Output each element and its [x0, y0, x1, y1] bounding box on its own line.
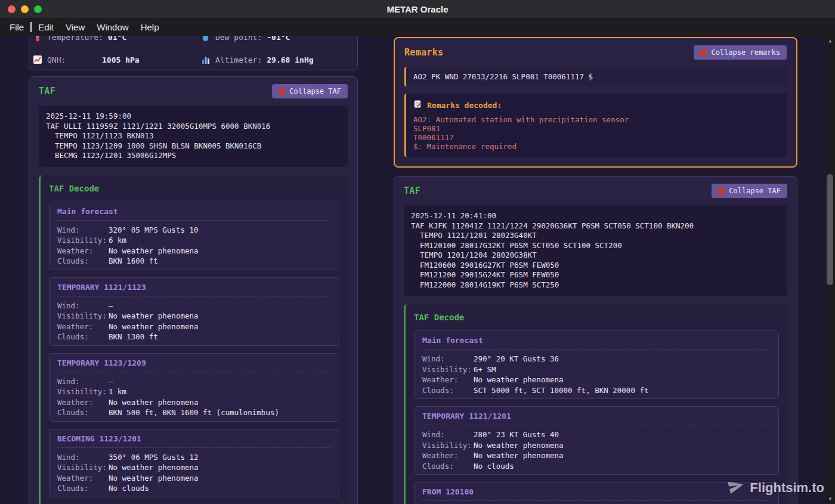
taf-decode-card: Main forecast Wind: 290° 20 KT Gusts 36 …	[414, 330, 779, 399]
taf-decode-card: TEMPORARY 1121/1201 Wind: 280° 23 KT Gus…	[414, 406, 779, 475]
remarks-decoded-lines: AO2: Automated station with precipitatio…	[413, 115, 780, 151]
collapse-taf-button[interactable]: Collapse TAF	[712, 184, 787, 198]
menu-window[interactable]: Window	[91, 22, 134, 32]
titlebar: METAR Oracle	[0, 0, 835, 18]
row-value: No weather phenomena	[109, 397, 199, 408]
scrollbar-thumb[interactable]	[827, 174, 833, 285]
raw-line: TAF ULLI 111959Z 1121/1221 32005G10MPS 6…	[46, 122, 341, 132]
paper-plane-icon	[728, 478, 744, 498]
raw-line: BECMG 1123/1201 35006G12MPS	[46, 151, 341, 161]
raw-line: TEMPO 1121/1201 28023G40KT	[411, 231, 780, 241]
row-value: 350° 06 MPS Gusts 12	[109, 452, 199, 463]
row-label: Visibility:	[422, 440, 474, 451]
decoded-line: SLP081	[413, 124, 780, 133]
remarks-title: Remarks	[404, 47, 443, 58]
collapse-remarks-button[interactable]: Collapse remarks	[694, 45, 787, 60]
card-heading: Main forecast	[57, 207, 331, 221]
zoom-button[interactable]	[34, 5, 42, 13]
decode-row: Clouds: No clouds	[422, 461, 771, 472]
raw-line: TEMPO 1121/1123 BKN013	[46, 131, 341, 141]
row-value: BKN 1600 ft	[109, 256, 158, 267]
collapse-icon	[279, 88, 285, 95]
decoded-line: $: Maintenance required	[413, 142, 780, 151]
row-value: SCT 5000 ft, SCT 10000 ft, BKN 20000 ft	[474, 385, 649, 396]
scrollbar[interactable]: ▲ ▼	[825, 36, 835, 504]
stat-dew-point: Dew point: -01°C	[201, 36, 290, 42]
decode-row: Visibility: 6 km	[57, 235, 331, 246]
row-label: Weather:	[57, 473, 109, 484]
decode-row: Visibility: 1 km	[57, 386, 331, 397]
decoded-line: AO2: Automated station with precipitatio…	[413, 115, 780, 124]
scroll-down-arrow[interactable]: ▼	[825, 496, 835, 502]
taf-decode-title: TAF Decode	[49, 183, 339, 194]
stat-qnh: QNH: 1005 hPa	[33, 54, 140, 65]
decode-row: Wind: 290° 20 KT Gusts 36	[422, 354, 771, 364]
collapse-icon	[700, 50, 707, 56]
thermometer-icon	[33, 36, 42, 42]
stat-label: QNH:	[47, 55, 97, 64]
taf-decode-card: BECOMING 1123/1201 Wind: 350° 06 MPS Gus…	[49, 429, 339, 497]
card-heading: TEMPORARY 1121/1123	[57, 283, 331, 296]
row-label: Wind:	[422, 429, 474, 440]
row-label: Clouds:	[57, 256, 109, 267]
remarks-decoded-block: Remarks decoded: AO2: Automated station …	[404, 94, 787, 157]
row-value: No weather phenomena	[109, 311, 199, 321]
taf-panel-header: TAF Collapse TAF	[39, 84, 348, 98]
raw-line: FM120100 28017G32KT P6SM SCT050 SCT100 S…	[411, 241, 780, 251]
row-label: Clouds:	[57, 483, 109, 494]
minimize-button[interactable]	[21, 5, 29, 13]
collapse-taf-label: Collapse TAF	[729, 187, 781, 195]
row-value: 6+ SM	[474, 364, 496, 375]
menubar: File Edit View Window Help	[0, 18, 835, 36]
row-label: Wind:	[422, 354, 474, 364]
taf-raw-block: 2025-12-11 20:41:00 TAF KJFK 112041Z 112…	[404, 205, 787, 296]
card-heading: TEMPORARY 1123/1209	[57, 358, 331, 372]
stat-altimeter: Altimeter: 29.68 inHg	[201, 54, 314, 65]
card-heading: TEMPORARY 1121/1201	[422, 412, 771, 425]
flightsim-watermark: Flightsim.to	[728, 478, 824, 498]
decoded-line: T00061117	[413, 133, 780, 142]
stat-value: 1005 hPa	[102, 55, 140, 64]
row-label: Visibility:	[422, 364, 474, 375]
row-label: Visibility:	[57, 311, 109, 321]
taf-panel-header: TAF Collapse TAF	[404, 184, 787, 198]
decode-row: Visibility: No weather phenomena	[57, 311, 331, 321]
taf-decode-card: TEMPORARY 1121/1123 Wind: – Visibility: …	[49, 277, 339, 346]
scroll-up-arrow[interactable]: ▲	[825, 38, 835, 44]
decode-row: Clouds: BKN 500 ft, BKN 1600 ft (cumulon…	[57, 407, 331, 418]
taf-panel-right: TAF Collapse TAF 2025-12-11 20:41:00 TAF…	[394, 176, 797, 504]
row-label: Clouds:	[57, 407, 109, 418]
raw-line: FM121200 29015G24KT P6SM FEW050	[411, 270, 780, 280]
taf-title: TAF	[404, 185, 420, 196]
stat-label: Temperature:	[47, 36, 103, 42]
taf-decode-section: TAF Decode Main forecast Wind: 290° 20 K…	[404, 304, 787, 504]
menu-file[interactable]: File	[4, 22, 30, 32]
row-value: No weather phenomena	[109, 473, 199, 484]
menu-help[interactable]: Help	[135, 22, 165, 32]
decode-row: Wind: –	[57, 376, 331, 387]
row-value: No weather phenomena	[109, 321, 199, 332]
row-value: No weather phenomena	[474, 450, 564, 461]
row-value: No weather phenomena	[109, 462, 199, 473]
taf-title: TAF	[39, 86, 55, 97]
decode-row: Visibility: No weather phenomena	[422, 440, 771, 451]
menu-edit[interactable]: Edit	[32, 22, 60, 32]
stat-temperature: Temperature: 01°C	[33, 36, 126, 42]
raw-line: TEMPO 1123/1209 1000 SHSN BLSN BKN005 BK…	[46, 141, 341, 151]
close-button[interactable]	[8, 5, 16, 13]
remarks-raw-block: AO2 PK WND 27033/2216 SLP081 T00061117 $	[404, 67, 787, 86]
row-label: Weather:	[57, 246, 109, 256]
row-value: 320° 05 MPS Gusts 10	[109, 225, 199, 236]
row-label: Clouds:	[422, 385, 474, 396]
row-value: 6 km	[109, 235, 126, 246]
collapse-taf-button[interactable]: Collapse TAF	[272, 84, 348, 98]
menu-view[interactable]: View	[60, 22, 91, 32]
memo-icon	[413, 100, 422, 110]
row-value: BKN 500 ft, BKN 1600 ft (cumulonimbus)	[109, 407, 279, 418]
card-heading: BECOMING 1123/1201	[57, 434, 331, 448]
row-label: Weather:	[57, 321, 109, 332]
taf-decode-card: Main forecast Wind: 320° 05 MPS Gusts 10…	[49, 202, 339, 270]
taf-raw-block: 2025-12-11 19:59:00 TAF ULLI 111959Z 112…	[39, 106, 348, 167]
decode-row: Clouds: BKN 1600 ft	[57, 256, 331, 267]
row-label: Visibility:	[57, 386, 109, 397]
